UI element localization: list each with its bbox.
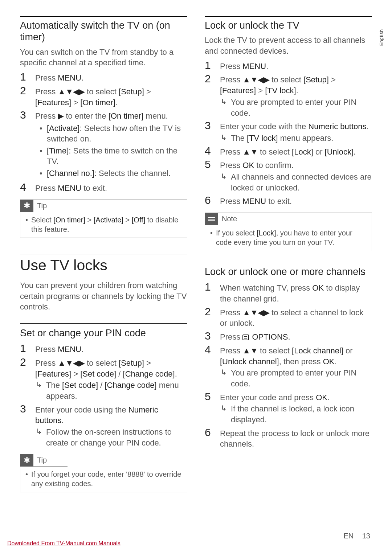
heading-lock-channels: Lock or unlock one or more channels <box>205 266 372 278</box>
t: > <box>71 98 80 107</box>
t: . <box>354 147 356 156</box>
t: OK <box>312 283 324 292</box>
result-arrow-icon: ↳ <box>220 368 231 389</box>
step-number: 3 <box>20 109 35 121</box>
step-number: 5 <box>205 159 220 170</box>
t: . <box>81 345 83 354</box>
footer-lang: EN <box>343 532 354 540</box>
t: [Lock] <box>257 229 276 237</box>
step-number: 2 <box>205 73 220 85</box>
t: [Lock] <box>292 147 313 156</box>
t: MENU <box>58 184 81 193</box>
step: 3 Enter your code with the Numeric butto… <box>205 120 372 143</box>
heading-on-timer: Automatically switch the TV on (on timer… <box>20 20 187 43</box>
step-number: 2 <box>20 85 35 97</box>
step-number: 6 <box>205 194 220 206</box>
t: Select <box>31 216 53 224</box>
t: [On timer] <box>109 111 144 120</box>
step-number: 3 <box>20 403 35 415</box>
t: . <box>288 332 290 341</box>
steps-lock-channels: 1 When watching TV, press OK to display … <box>205 281 372 450</box>
options-icon <box>242 335 249 340</box>
footer-page: 13 <box>362 532 370 540</box>
tip-body: Select [On timer] > [Activate] > [Off] t… <box>20 212 187 238</box>
tip-label: Tip <box>33 202 47 210</box>
note-body: If you select [Lock], you have to enter … <box>205 225 372 251</box>
t: Press <box>35 345 58 354</box>
t: . <box>61 416 64 425</box>
rule <box>20 323 187 324</box>
step: 1 Press MENU. <box>205 59 372 72</box>
steps-pin: 1 Press MENU. 2 Press ▲▼◀▶ to select [Se… <box>20 342 187 448</box>
t: MENU <box>242 62 266 71</box>
t: to exit. <box>266 197 292 206</box>
t: [Set code] <box>80 369 116 378</box>
step: 4 Press ▲▼ to select [Lock channel] or [… <box>205 344 372 389</box>
page-content: Automatically switch the TV on (on timer… <box>0 0 392 510</box>
t: [Setup] <box>119 358 144 368</box>
step-number: 1 <box>205 281 220 293</box>
tip-text: If you forget your code, enter '8888' to… <box>25 469 183 488</box>
t: You are prompted to enter your PIN code. <box>231 368 372 389</box>
t: [Unlock] <box>325 147 354 156</box>
t: Press <box>35 73 58 82</box>
step: 3 Press ▶ to enter the [On timer] menu. … <box>20 109 187 180</box>
step-number: 3 <box>205 330 220 342</box>
t: Press <box>220 161 242 170</box>
heading-pin: Set or change your PIN code <box>20 327 187 339</box>
t: > <box>123 216 132 224</box>
sub-bullets: [Activate]: Selects how often the TV is … <box>35 123 187 178</box>
t: to select <box>85 87 119 96</box>
tip-body: If you forget your code, enter '8888' to… <box>20 467 187 492</box>
steps-on-timer: 1 Press MENU. 2 Press ▲▼◀▶ to select [Se… <box>20 71 187 194</box>
t: Enter your code with the <box>220 122 308 131</box>
nav-arrows-icon: ▲▼◀▶ <box>58 358 85 368</box>
t: Press <box>35 184 58 193</box>
t: Press <box>35 358 58 368</box>
step: 1 Press MENU. <box>20 71 187 83</box>
t: / <box>116 369 123 378</box>
t: to select <box>85 358 119 368</box>
step: 1 Press MENU. <box>20 342 187 355</box>
step: 2 Press ▲▼◀▶ to select [Setup] > [Featur… <box>205 73 372 118</box>
t: or <box>313 147 325 156</box>
step-number: 1 <box>205 59 220 71</box>
rule <box>20 16 187 17</box>
step: 3 Enter your code using the Numeric butt… <box>20 403 187 448</box>
t: . <box>81 73 83 82</box>
t: [Time] <box>47 146 69 155</box>
t: > <box>71 369 80 378</box>
t: OK <box>242 161 254 170</box>
page-footer: EN 13 <box>343 532 370 540</box>
step: 4 Press MENU to exit. <box>20 181 187 194</box>
t: Press <box>35 111 58 120</box>
step: 1 When watching TV, press OK to display … <box>205 281 372 304</box>
t: Press <box>220 147 242 156</box>
nav-arrows-icon: ▲▼◀▶ <box>242 308 269 317</box>
step-number: 4 <box>205 344 220 356</box>
result: ↳You are prompted to enter your PIN code… <box>220 97 372 118</box>
step-number: 5 <box>205 391 220 402</box>
note-text: If you select [Lock], you have to enter … <box>209 228 367 247</box>
t: [Features] <box>35 98 71 107</box>
t: to confirm. <box>254 161 294 170</box>
t: . <box>115 98 118 107</box>
t: . <box>266 62 268 71</box>
t: OPTIONS <box>250 332 288 341</box>
step-number: 4 <box>20 181 35 193</box>
steps-lock-tv: 1 Press MENU. 2 Press ▲▼◀▶ to select [Se… <box>205 59 372 207</box>
t: to select <box>258 147 292 156</box>
t: [Set code] <box>62 381 98 390</box>
t: Press <box>220 197 242 206</box>
t: Press <box>220 308 242 317</box>
note-box: Note If you select [Lock], you have to e… <box>205 213 372 251</box>
t: When watching TV, press <box>220 283 312 292</box>
download-link[interactable]: Downloaded From TV-Manual.com Manuals <box>7 540 121 547</box>
intro-text: You can prevent your children from watch… <box>20 280 187 312</box>
t: Press <box>220 75 242 84</box>
t: or <box>343 346 353 355</box>
t: Press <box>220 62 242 71</box>
note-head: Note <box>205 213 252 225</box>
result: ↳You are prompted to enter your PIN code… <box>220 368 372 389</box>
note-icon <box>205 213 218 225</box>
